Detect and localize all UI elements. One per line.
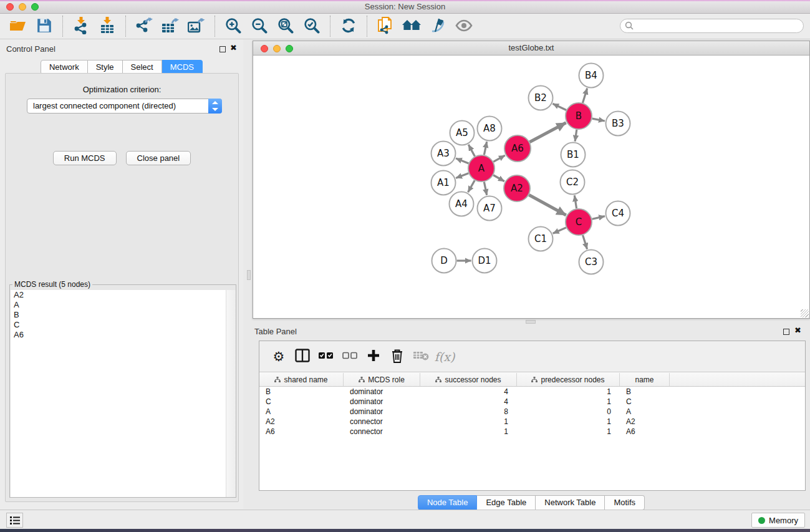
column-header-shared-name[interactable]: shared name xyxy=(259,373,344,386)
network-graph[interactable]: B4B2BB3A8A5A6A3B1AA1C2A2A4A7C4CC1C3DD1 xyxy=(253,56,809,318)
column-header-MCDS-role[interactable]: MCDS role xyxy=(344,373,420,386)
tab-motifs[interactable]: Motifs xyxy=(605,495,645,510)
edge-A-A6[interactable] xyxy=(493,155,505,162)
table-cell[interactable]: dominator xyxy=(344,407,420,417)
window-minimize-icon[interactable] xyxy=(19,3,26,11)
task-history-button[interactable] xyxy=(6,513,23,528)
table-row[interactable]: A6connector11A6 xyxy=(259,427,805,437)
mcds-result-item[interactable]: A xyxy=(11,300,226,310)
mcds-result-item[interactable]: B xyxy=(11,310,226,320)
save-session-button[interactable] xyxy=(33,16,55,37)
table-cell[interactable]: B xyxy=(259,387,344,397)
table-float-icon[interactable] xyxy=(783,329,789,335)
table-cell[interactable]: connector xyxy=(344,417,420,427)
refresh-button[interactable] xyxy=(337,16,360,37)
table-cell[interactable]: 0 xyxy=(517,407,620,417)
home-button[interactable] xyxy=(400,16,423,37)
add-column-button[interactable] xyxy=(364,347,383,367)
unselect-all-columns-button[interactable] xyxy=(340,347,359,367)
table-cell[interactable]: dominator xyxy=(344,397,420,407)
table-cell[interactable]: 4 xyxy=(420,397,517,407)
open-session-button[interactable] xyxy=(7,16,29,37)
table-cell[interactable]: dominator xyxy=(344,387,420,397)
hide-panel-button[interactable] xyxy=(427,16,449,37)
mcds-result-item[interactable]: A2 xyxy=(11,290,226,300)
export-image-button[interactable] xyxy=(185,16,208,37)
search-input[interactable] xyxy=(620,19,804,33)
table-row[interactable]: Adominator80A xyxy=(259,407,805,417)
table-cell[interactable]: 4 xyxy=(420,387,517,397)
edge-A2-C[interactable] xyxy=(529,195,566,215)
table-cell[interactable]: A6 xyxy=(259,427,344,437)
edge-A-A3[interactable] xyxy=(456,158,469,163)
window-zoom-icon[interactable] xyxy=(31,3,39,11)
tab-network-table[interactable]: Network Table xyxy=(536,495,605,510)
zoom-fit-button[interactable] xyxy=(274,16,297,37)
export-table-button[interactable] xyxy=(159,16,181,37)
table-cell[interactable]: A6 xyxy=(620,427,670,437)
table-cell[interactable]: A2 xyxy=(620,417,670,427)
tab-node-table[interactable]: Node Table xyxy=(418,495,478,510)
import-network-button[interactable] xyxy=(70,16,92,37)
tab-edge-table[interactable]: Edge Table xyxy=(477,495,536,510)
table-cell[interactable]: 1 xyxy=(517,417,620,427)
split-panel-button[interactable] xyxy=(293,347,312,367)
frame-resize-grip[interactable] xyxy=(801,309,809,317)
zoom-out-button[interactable] xyxy=(248,16,271,37)
table-cell[interactable]: 1 xyxy=(420,417,517,427)
float-panel-icon[interactable] xyxy=(219,46,226,52)
edge-C-C2[interactable] xyxy=(574,195,576,208)
edge-A-A4[interactable] xyxy=(468,180,475,192)
table-cell[interactable]: B xyxy=(620,387,670,397)
criterion-select[interactable]: largest connected component (directed) xyxy=(27,99,222,114)
memory-button[interactable]: Memory xyxy=(751,513,805,528)
mcds-result-scrollbar[interactable] xyxy=(226,290,236,497)
table-cell[interactable]: C xyxy=(620,397,670,407)
show-graphics-details-button[interactable] xyxy=(453,16,475,37)
close-panel-button[interactable]: Close panel xyxy=(126,151,191,165)
table-cell[interactable]: connector xyxy=(344,427,420,437)
table-close-icon[interactable]: ✖ xyxy=(794,326,801,335)
table-row[interactable]: Bdominator41B xyxy=(259,387,805,397)
window-close-icon[interactable] xyxy=(6,3,14,11)
table-row[interactable]: Cdominator41C xyxy=(259,397,805,407)
edge-A6-B[interactable] xyxy=(529,123,566,142)
edge-B-B3[interactable] xyxy=(592,118,605,121)
clone-network-button[interactable] xyxy=(374,16,397,37)
select-all-columns-button[interactable] xyxy=(317,347,335,367)
frame-zoom-icon[interactable] xyxy=(286,45,293,52)
settings-button[interactable]: ⚙ xyxy=(269,347,288,367)
delete-table-button[interactable] xyxy=(412,347,430,367)
table-cell[interactable]: A2 xyxy=(259,417,344,427)
frame-minimize-icon[interactable] xyxy=(273,45,281,52)
run-mcds-button[interactable]: Run MCDS xyxy=(53,151,117,165)
import-table-button[interactable] xyxy=(96,16,118,37)
zoom-selected-button[interactable] xyxy=(301,16,323,37)
column-header-successor-nodes[interactable]: successor nodes xyxy=(420,373,517,386)
table-cell[interactable]: 1 xyxy=(517,397,620,407)
edge-B-B1[interactable] xyxy=(575,130,577,142)
export-network-button[interactable] xyxy=(133,16,155,37)
edge-C-C4[interactable] xyxy=(592,216,605,220)
edge-A-A5[interactable] xyxy=(468,145,475,157)
zoom-in-button[interactable] xyxy=(222,16,244,37)
mcds-result-item[interactable]: C xyxy=(11,320,226,330)
edge-C-C1[interactable] xyxy=(553,228,566,233)
table-cell[interactable]: 1 xyxy=(517,387,620,397)
table-cell[interactable]: 1 xyxy=(517,427,620,437)
network-canvas[interactable]: B4B2BB3A8A5A6A3B1AA1C2A2A4A7C4CC1C3DD1 xyxy=(253,56,809,318)
horizontal-split-grip[interactable] xyxy=(526,320,536,324)
edge-A-A2[interactable] xyxy=(493,175,504,181)
table-cell[interactable]: A xyxy=(259,407,344,417)
delete-column-button[interactable] xyxy=(388,347,407,367)
table-cell[interactable]: 8 xyxy=(420,407,517,417)
table-row[interactable]: A2connector11A2 xyxy=(259,417,805,427)
frame-close-icon[interactable] xyxy=(261,45,268,52)
column-header-predecessor-nodes[interactable]: predecessor nodes xyxy=(517,373,620,386)
close-panel-icon[interactable]: ✖ xyxy=(230,43,237,52)
network-window-titlebar[interactable]: testGlobe.txt xyxy=(253,41,809,56)
table-cell[interactable]: A xyxy=(620,407,670,417)
edge-C-C3[interactable] xyxy=(583,235,587,249)
table-cell[interactable]: 1 xyxy=(420,427,517,437)
vertical-split-grip[interactable] xyxy=(247,270,251,280)
